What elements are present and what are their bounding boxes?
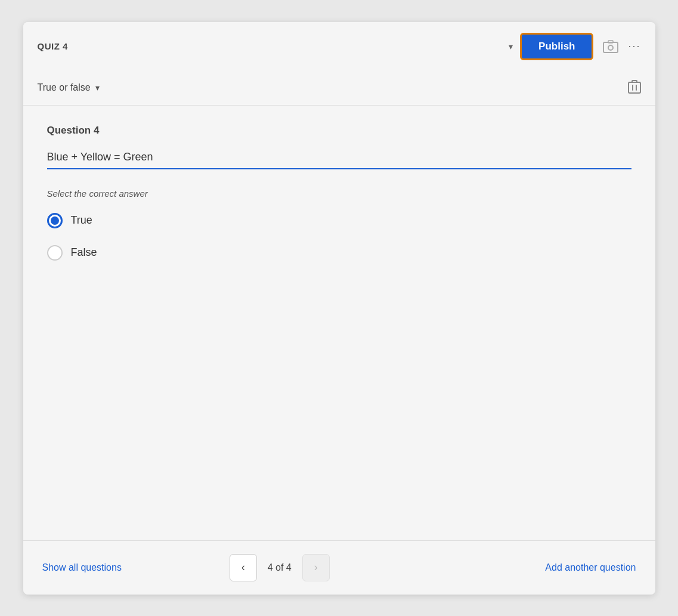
- svg-rect-0: [603, 42, 618, 52]
- question-type-label: True or false: [38, 82, 91, 93]
- select-answer-label: Select the correct answer: [47, 188, 631, 199]
- radio-true-inner: [51, 216, 59, 225]
- next-page-button[interactable]: ›: [302, 554, 330, 581]
- question-type-chevron[interactable]: ▾: [95, 83, 100, 92]
- page-indicator: 4 of 4: [257, 562, 302, 573]
- card-footer: Show all questions ‹ 4 of 4 › Add anothe…: [23, 540, 655, 595]
- question-type-bar: True or false ▾: [23, 71, 655, 106]
- quiz-title-chevron[interactable]: ▾: [509, 42, 513, 51]
- publish-button[interactable]: Publish: [520, 33, 593, 60]
- card-body: Question 4 Select the correct answer Tru…: [23, 106, 655, 540]
- card-header: QUIZ 4 ▾ Publish ···: [23, 22, 655, 71]
- delete-question-icon[interactable]: [628, 79, 641, 97]
- svg-point-2: [608, 45, 613, 50]
- pagination-controls: ‹ 4 of 4 ›: [230, 554, 330, 581]
- screenshot-icon[interactable]: [600, 36, 621, 57]
- answer-false-label: False: [71, 246, 97, 259]
- add-another-question-link[interactable]: Add another question: [545, 562, 636, 573]
- quiz-title: QUIZ 4: [38, 41, 500, 51]
- radio-true[interactable]: [47, 213, 63, 228]
- question-number: Question 4: [47, 125, 631, 137]
- prev-page-button[interactable]: ‹: [230, 554, 257, 581]
- quiz-card: QUIZ 4 ▾ Publish ··· True or false ▾ Que…: [23, 22, 655, 595]
- radio-false[interactable]: [47, 245, 63, 261]
- svg-rect-3: [629, 82, 640, 93]
- answer-true-label: True: [71, 214, 92, 227]
- answer-option-false[interactable]: False: [47, 245, 631, 261]
- question-text-input[interactable]: [47, 148, 631, 169]
- more-options-icon[interactable]: ···: [628, 40, 640, 52]
- answer-option-true[interactable]: True: [47, 213, 631, 228]
- show-all-questions-link[interactable]: Show all questions: [42, 562, 122, 573]
